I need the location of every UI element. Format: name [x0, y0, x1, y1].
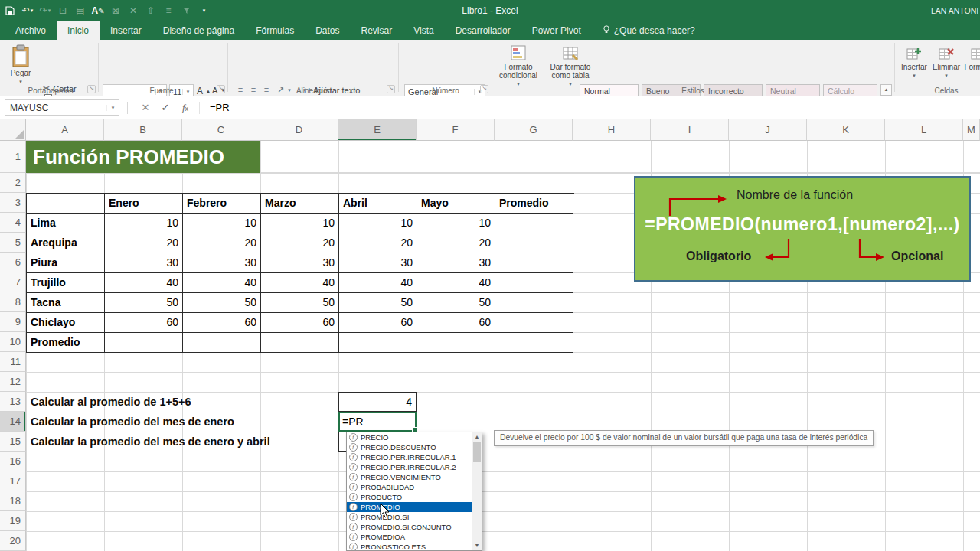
column-header-a[interactable]: A	[26, 119, 104, 141]
cell[interactable]: 40	[417, 273, 495, 293]
cell[interactable]	[417, 333, 495, 353]
chevron-down-icon[interactable]: ▾	[106, 105, 119, 111]
autocomplete-item[interactable]: ƒPRECIO.VENCIMIENTO	[347, 472, 482, 482]
row-header-2[interactable]: 2	[0, 173, 26, 193]
cell[interactable]: 50	[339, 293, 417, 313]
tab-desarrollador[interactable]: Desarrollador	[445, 21, 521, 40]
cell[interactable]	[495, 253, 573, 273]
delete-cells-button[interactable]: Eliminar ▾	[931, 46, 962, 80]
insert-function-icon[interactable]: fx	[176, 99, 194, 116]
cell[interactable]	[105, 333, 183, 353]
cell[interactable]: 30	[183, 253, 261, 273]
tab-inicio[interactable]: Inicio	[57, 21, 100, 40]
task-text-row14[interactable]: Calcular la promedio del mes de enero	[31, 416, 234, 428]
autocomplete-item[interactable]: ƒPROMEDIOA	[347, 532, 482, 542]
row-header-16[interactable]: 16	[0, 452, 26, 471]
cell[interactable]	[495, 333, 573, 353]
column-header-d[interactable]: D	[260, 119, 338, 141]
row-header-1[interactable]: 1	[0, 141, 26, 173]
row-header-5[interactable]: 5	[0, 233, 26, 253]
cell[interactable]	[495, 293, 573, 313]
tab-datos[interactable]: Datos	[305, 21, 350, 40]
row-header-9[interactable]: 9	[0, 312, 26, 332]
cell[interactable]: 20	[183, 233, 261, 253]
row-header-15[interactable]: 15	[0, 432, 26, 452]
enter-icon[interactable]: ✓	[156, 99, 175, 116]
cancel-icon[interactable]: ✕	[136, 99, 155, 116]
account-name[interactable]: LAN ANTONIO	[931, 6, 978, 15]
tab-diseno-pagina[interactable]: Diseño de página	[152, 21, 245, 40]
column-header-c[interactable]: C	[182, 119, 260, 141]
cell[interactable]: 60	[183, 313, 261, 333]
row-header-10[interactable]: 10	[0, 332, 26, 352]
cell[interactable]: Chiclayo	[27, 313, 105, 333]
column-header-g[interactable]: G	[495, 119, 573, 141]
row-header-19[interactable]: 19	[0, 511, 26, 531]
autocomplete-item[interactable]: ƒPROBABILIDAD	[347, 482, 482, 492]
insert-cells-button[interactable]: Insertar ▾	[899, 46, 929, 80]
autocomplete-scrollbar[interactable]: ▲ ▼	[472, 432, 482, 550]
cell[interactable]	[27, 194, 105, 214]
cell[interactable]: 40	[183, 273, 261, 293]
cell[interactable]: 10	[417, 214, 495, 233]
autocomplete-item[interactable]: ƒPRECIO.PER.IRREGULAR.1	[347, 452, 482, 462]
scroll-up-icon[interactable]: ▲	[472, 432, 482, 442]
cell[interactable]: 50	[105, 293, 183, 313]
conditional-formatting-button[interactable]: Formato condicional ▾	[495, 44, 542, 88]
column-header-h[interactable]: H	[573, 119, 651, 141]
row-header-6[interactable]: 6	[0, 253, 26, 272]
row-header-12[interactable]: 12	[0, 372, 26, 392]
tab-formulas[interactable]: Fórmulas	[245, 21, 305, 40]
format-as-table-button[interactable]: Dar formato como tabla ▾	[545, 44, 596, 88]
row-header-17[interactable]: 17	[0, 471, 26, 491]
row-header-11[interactable]: 11	[0, 352, 26, 372]
column-header-j[interactable]: J	[729, 119, 807, 141]
select-all-corner[interactable]	[0, 119, 26, 141]
cell-a1-title[interactable]: Función PROMEDIO	[26, 141, 260, 173]
cell[interactable]	[261, 333, 339, 353]
column-header-f[interactable]: F	[416, 119, 495, 141]
alignment-dialog-launcher[interactable]: ↘	[387, 85, 395, 93]
tab-insertar[interactable]: Insertar	[100, 21, 152, 40]
cell[interactable]	[183, 333, 261, 353]
column-header-k[interactable]: K	[807, 119, 885, 141]
cell[interactable]: 20	[105, 233, 183, 253]
cell[interactable]: 30	[417, 253, 495, 273]
cell[interactable]: 40	[339, 273, 417, 293]
format-cells-button[interactable]: Formato	[963, 46, 980, 71]
cell[interactable]: 60	[339, 313, 417, 333]
cell[interactable]: 60	[261, 313, 339, 333]
name-box[interactable]: MAYUSC▾	[5, 99, 119, 116]
cell[interactable]: Piura	[27, 253, 105, 273]
cell[interactable]: Marzo	[261, 194, 339, 214]
cell[interactable]: 20	[339, 233, 417, 253]
autocomplete-item[interactable]: ƒPRECIO	[347, 432, 482, 442]
row-header-4[interactable]: 4	[0, 213, 26, 233]
cell[interactable]: Tacna	[27, 293, 105, 313]
cell[interactable]: Mayo	[417, 194, 495, 214]
cell[interactable]	[495, 233, 573, 253]
task-text-row13[interactable]: Calcular al promedio de 1+5+6	[31, 396, 191, 408]
autocomplete-item-selected[interactable]: ƒPROMEDIO	[347, 502, 482, 512]
tab-revisar[interactable]: Revisar	[351, 21, 403, 40]
task-text-row15[interactable]: Calcular la promedio del mes de enero y …	[31, 435, 270, 448]
cell[interactable]: 50	[183, 293, 261, 313]
cell[interactable]: 40	[105, 273, 183, 293]
cell[interactable]: 10	[183, 214, 261, 233]
cell[interactable]: 60	[417, 313, 495, 333]
tab-archivo[interactable]: Archivo	[5, 21, 57, 40]
cell[interactable]	[495, 273, 573, 293]
column-header-l[interactable]: L	[885, 119, 963, 141]
tab-power-pivot[interactable]: Power Pivot	[521, 21, 592, 40]
cell[interactable]: 10	[339, 214, 417, 233]
cell[interactable]: 20	[261, 233, 339, 253]
tell-me-search[interactable]: ¿Qué desea hacer?	[592, 21, 706, 40]
cell[interactable]	[339, 333, 417, 353]
scroll-down-icon[interactable]: ▼	[472, 541, 482, 550]
scrollbar-thumb[interactable]	[473, 442, 481, 462]
formula-input[interactable]: =PR	[205, 99, 977, 116]
row-header-13[interactable]: 13	[0, 392, 26, 412]
cell[interactable]: 50	[261, 293, 339, 313]
cell[interactable]: Promedio	[27, 333, 105, 353]
cell[interactable]: Abril	[339, 194, 417, 214]
